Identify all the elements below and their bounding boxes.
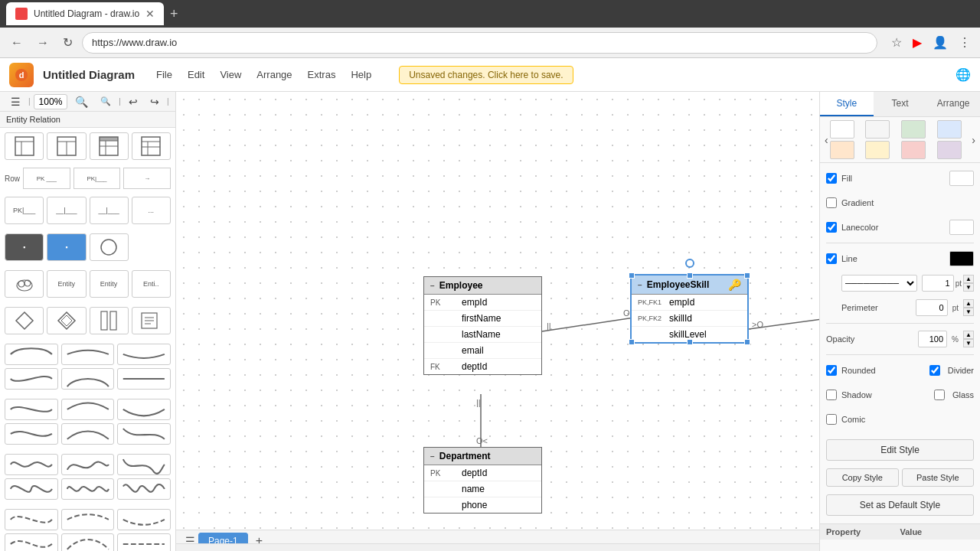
shape-item-blue[interactable]: ▪ bbox=[47, 233, 86, 261]
fill-color-swatch[interactable] bbox=[949, 171, 974, 186]
color-light-yellow[interactable] bbox=[865, 141, 890, 159]
tab-text[interactable]: Text bbox=[874, 92, 927, 116]
menu-help[interactable]: Help bbox=[345, 66, 377, 83]
gradient-checkbox[interactable] bbox=[826, 197, 837, 208]
zoom-display[interactable]: 100% bbox=[34, 94, 68, 109]
color-nav-prev[interactable]: ‹ bbox=[823, 132, 830, 148]
spinner-down[interactable]: ▼ bbox=[963, 283, 974, 292]
color-light-green[interactable] bbox=[901, 120, 926, 139]
back-btn[interactable]: ← bbox=[6, 33, 28, 53]
selection-handle-br[interactable] bbox=[744, 339, 750, 345]
connector-3[interactable] bbox=[117, 344, 171, 365]
shape-entity[interactable]: Entity bbox=[47, 270, 86, 298]
connector-24[interactable] bbox=[117, 533, 171, 551]
lanecolor-checkbox[interactable] bbox=[826, 222, 837, 233]
canvas-area[interactable]: || O< >O || || O< − Employee bbox=[176, 92, 819, 530]
connector-12[interactable] bbox=[117, 423, 171, 445]
connector-22[interactable] bbox=[5, 533, 58, 551]
shape-item[interactable]: __|___ bbox=[47, 197, 86, 224]
menu-arrange[interactable]: Arrange bbox=[250, 66, 298, 83]
connector-13[interactable] bbox=[5, 454, 58, 475]
connector-19[interactable] bbox=[5, 509, 58, 530]
shape-item[interactable]: PK|___ bbox=[5, 197, 44, 224]
comic-checkbox[interactable] bbox=[826, 414, 837, 425]
selection-handle-bl[interactable] bbox=[629, 339, 635, 345]
shape-entity2[interactable]: Entity bbox=[90, 270, 129, 298]
selection-handle-bc[interactable] bbox=[687, 339, 693, 345]
connector-17[interactable] bbox=[61, 478, 115, 500]
menu-icon[interactable]: ⋮ bbox=[956, 32, 974, 53]
undo-btn[interactable]: ↩ bbox=[124, 93, 142, 111]
color-light-red[interactable] bbox=[901, 141, 926, 159]
connector-7[interactable] bbox=[5, 399, 58, 420]
opacity-input[interactable] bbox=[918, 331, 947, 347]
spinner-down[interactable]: ▼ bbox=[963, 308, 974, 316]
shape-cloud[interactable] bbox=[5, 270, 44, 298]
collapse-icon[interactable]: − bbox=[638, 281, 642, 289]
spinner-up[interactable]: ▲ bbox=[963, 275, 974, 283]
divider-checkbox[interactable] bbox=[929, 365, 940, 376]
menu-view[interactable]: View bbox=[214, 66, 247, 83]
row-shape-1[interactable]: PK ___ bbox=[23, 168, 70, 189]
color-white[interactable] bbox=[830, 120, 854, 139]
connector-16[interactable] bbox=[5, 478, 58, 500]
collapse-icon[interactable]: − bbox=[430, 452, 435, 461]
shape-diamond2[interactable] bbox=[47, 307, 86, 334]
menu-extras[interactable]: Extras bbox=[302, 66, 342, 83]
connector-23[interactable] bbox=[61, 533, 115, 551]
paste-style-btn[interactable]: Paste Style bbox=[902, 468, 975, 487]
line-width-input[interactable] bbox=[922, 275, 954, 292]
connector-11[interactable] bbox=[61, 423, 115, 445]
table-employee[interactable]: − Employee PK empId firstName lastName bbox=[423, 276, 542, 375]
new-tab-btn[interactable]: + bbox=[170, 6, 178, 22]
line-color-swatch[interactable] bbox=[949, 251, 974, 266]
menu-edit[interactable]: Edit bbox=[181, 66, 211, 83]
row-shape-3[interactable]: → bbox=[123, 168, 171, 189]
address-bar[interactable]: https://www.draw.io bbox=[82, 32, 877, 54]
shape-item[interactable] bbox=[132, 132, 171, 160]
perimeter-input[interactable] bbox=[916, 299, 948, 316]
shadow-checkbox[interactable] bbox=[826, 390, 837, 400]
shape-item-circle[interactable] bbox=[90, 233, 129, 261]
zoom-out-btn[interactable]: 🔍 bbox=[96, 93, 116, 109]
menu-file[interactable]: File bbox=[150, 66, 178, 83]
shape-item[interactable]: ... bbox=[132, 197, 171, 224]
color-light-purple[interactable] bbox=[937, 141, 962, 159]
shape-entity3[interactable]: Enti.. bbox=[132, 270, 171, 298]
youtube-icon[interactable]: ▶ bbox=[910, 32, 925, 53]
bookmark-icon[interactable]: ☆ bbox=[888, 32, 905, 53]
shape-item[interactable] bbox=[47, 132, 86, 160]
selection-handle-tc[interactable] bbox=[687, 272, 693, 279]
connector-9[interactable] bbox=[117, 399, 171, 420]
redo-btn[interactable]: ↪ bbox=[145, 93, 164, 111]
rounded-checkbox[interactable] bbox=[826, 365, 837, 376]
connector-21[interactable] bbox=[117, 509, 171, 530]
collapse-icon[interactable]: − bbox=[430, 282, 435, 290]
connector-6[interactable] bbox=[117, 368, 171, 390]
fill-checkbox[interactable] bbox=[826, 173, 837, 184]
spinner-up[interactable]: ▲ bbox=[963, 331, 974, 339]
copy-style-btn[interactable]: Copy Style bbox=[826, 468, 899, 487]
table-employeeskill[interactable]: − EmployeeSkill 🔑 PK,FK1 empId PK,FK2 sk… bbox=[630, 274, 749, 344]
shape-diamond1[interactable] bbox=[5, 307, 44, 334]
browser-tab[interactable]: Untitled Diagram - draw.io ✕ bbox=[6, 2, 164, 25]
selection-handle-tr[interactable] bbox=[744, 272, 750, 279]
account-icon[interactable]: 👤 bbox=[929, 32, 951, 53]
connector-1[interactable] bbox=[5, 344, 58, 365]
color-light-orange[interactable] bbox=[830, 141, 854, 159]
line-style-select[interactable]: ───────── - - - - - - bbox=[841, 275, 917, 292]
rotate-handle[interactable] bbox=[685, 259, 694, 268]
save-notice[interactable]: Unsaved changes. Click here to save. bbox=[399, 66, 573, 84]
shape-item[interactable]: __|___ bbox=[90, 197, 129, 224]
tab-arrange[interactable]: Arrange bbox=[926, 92, 980, 116]
line-checkbox[interactable] bbox=[826, 253, 837, 264]
shape-item-rounded[interactable]: ▪ bbox=[5, 233, 44, 261]
canvas-scrollbar[interactable] bbox=[176, 543, 819, 551]
connector-5[interactable] bbox=[61, 368, 115, 390]
connector-15[interactable] bbox=[117, 454, 171, 475]
forward-btn[interactable]: → bbox=[32, 33, 54, 53]
shape-item[interactable] bbox=[90, 132, 129, 160]
row-shape-2[interactable]: PK|___ bbox=[74, 168, 121, 189]
tab-close-btn[interactable]: ✕ bbox=[145, 8, 155, 20]
zoom-in-btn[interactable]: 🔍 bbox=[70, 93, 93, 111]
